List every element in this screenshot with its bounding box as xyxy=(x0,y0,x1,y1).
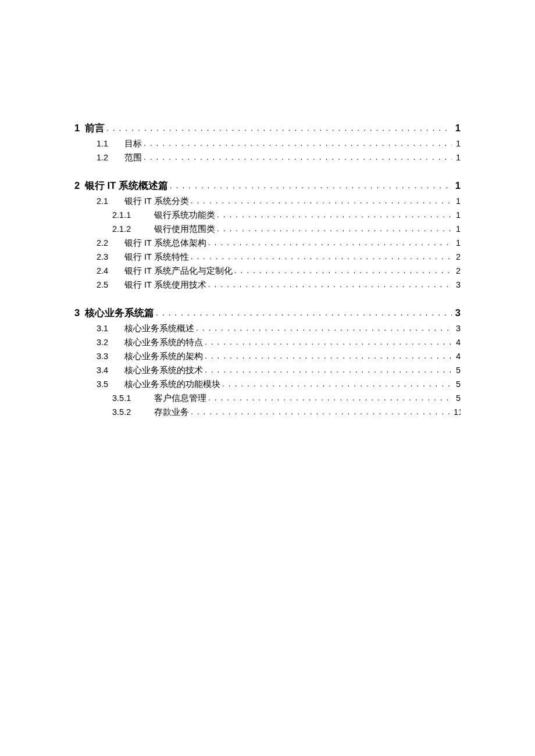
toc-entry[interactable]: 2银行 IT 系统概述篇1 xyxy=(74,180,461,192)
table-of-contents: 1前言11.1目标11.2范围12银行 IT 系统概述篇12.1银行 IT 系统… xyxy=(74,122,461,418)
toc-page: 3 xyxy=(454,307,461,318)
toc-number: 3.1 xyxy=(97,324,124,333)
toc-page: 3 xyxy=(454,280,461,289)
toc-leader xyxy=(191,196,452,205)
toc-entry[interactable]: 2.2银行 IT 系统总体架构1 xyxy=(74,238,461,249)
toc-title: 核心业务系统的特点 xyxy=(124,337,203,348)
toc-entry[interactable]: 2.1.1银行系统功能类1 xyxy=(74,210,461,221)
toc-leader xyxy=(208,393,452,402)
toc-leader xyxy=(234,266,452,275)
toc-page: 3 xyxy=(454,324,461,333)
toc-number: 3.5.1 xyxy=(112,393,154,403)
toc-number: 1 xyxy=(74,123,83,134)
toc-number: 3.4 xyxy=(97,366,124,375)
toc-number: 3.5.2 xyxy=(112,407,154,417)
toc-title: 核心业务系统的功能模块 xyxy=(124,379,220,390)
toc-entry[interactable]: 2.1.2银行使用范围类1 xyxy=(74,224,461,235)
toc-title: 核心业务系统的技术 xyxy=(124,365,203,376)
toc-page: 1 xyxy=(454,180,461,191)
toc-entry[interactable]: 3.3核心业务系统的架构4 xyxy=(74,351,461,362)
toc-page: 5 xyxy=(454,393,461,403)
toc-page: 1 xyxy=(454,123,461,134)
toc-title: 银行 IT 系统概述篇 xyxy=(85,180,168,192)
toc-leader xyxy=(208,280,452,289)
toc-page: 1 xyxy=(454,238,461,248)
toc-leader xyxy=(205,365,452,374)
toc-leader xyxy=(156,308,452,317)
toc-entry[interactable]: 3核心业务系统篇3 xyxy=(74,307,461,320)
toc-number: 2.4 xyxy=(97,266,124,275)
toc-leader xyxy=(191,252,452,261)
toc-leader xyxy=(217,210,452,219)
toc-number: 1.1 xyxy=(97,139,124,148)
toc-number: 2.1.2 xyxy=(112,224,154,234)
toc-title: 存款业务 xyxy=(154,407,189,418)
toc-leader xyxy=(222,379,452,388)
toc-title: 客户信息管理 xyxy=(154,393,206,404)
toc-page: 2 xyxy=(454,252,461,261)
toc-number: 2 xyxy=(74,180,83,191)
toc-title: 银行使用范围类 xyxy=(154,224,215,235)
toc-entry[interactable]: 3.2核心业务系统的特点4 xyxy=(74,337,461,348)
toc-number: 2.1 xyxy=(97,196,124,206)
toc-number: 1.2 xyxy=(97,153,124,162)
toc-leader xyxy=(196,323,452,332)
toc-title: 核心业务系统篇 xyxy=(85,307,154,320)
toc-entry[interactable]: 3.5.2存款业务11 xyxy=(74,407,461,418)
toc-leader xyxy=(217,224,452,233)
toc-leader xyxy=(144,152,452,162)
toc-number: 3.2 xyxy=(97,338,124,347)
toc-number: 2.5 xyxy=(97,280,124,289)
toc-leader xyxy=(191,407,452,416)
toc-leader xyxy=(205,351,452,360)
toc-title: 核心业务系统概述 xyxy=(124,323,194,334)
toc-entry[interactable]: 2.5银行 IT 系统使用技术3 xyxy=(74,280,461,291)
toc-number: 2.1.1 xyxy=(112,210,154,220)
toc-page: 2 xyxy=(454,266,461,275)
toc-entry[interactable]: 2.1银行 IT 系统分类1 xyxy=(74,196,461,207)
toc-entry[interactable]: 1前言1 xyxy=(74,122,461,135)
toc-entry[interactable]: 3.5.1客户信息管理5 xyxy=(74,393,461,404)
toc-title: 银行 IT 系统特性 xyxy=(124,252,189,263)
toc-entry[interactable]: 1.2范围1 xyxy=(74,152,461,163)
toc-title: 银行系统功能类 xyxy=(154,210,215,221)
toc-entry[interactable]: 3.1核心业务系统概述3 xyxy=(74,323,461,334)
toc-number: 3 xyxy=(74,307,83,318)
toc-leader xyxy=(205,337,452,346)
toc-page: 4 xyxy=(454,338,461,347)
toc-page: 4 xyxy=(454,352,461,361)
toc-number: 3.3 xyxy=(97,352,124,361)
toc-number: 3.5 xyxy=(97,379,124,389)
toc-page: 5 xyxy=(454,379,461,389)
toc-title: 核心业务系统的架构 xyxy=(124,351,203,362)
toc-leader xyxy=(106,123,452,132)
toc-number: 2.2 xyxy=(97,238,124,248)
toc-page: 1 xyxy=(454,139,461,148)
toc-number: 2.3 xyxy=(97,252,124,261)
toc-leader xyxy=(170,181,452,190)
toc-title: 范围 xyxy=(124,152,142,163)
toc-leader xyxy=(208,238,452,247)
toc-title: 银行 IT 系统产品化与定制化 xyxy=(124,266,233,277)
toc-page: 1 xyxy=(454,210,461,220)
toc-entry[interactable]: 1.1目标1 xyxy=(74,138,461,149)
toc-entry[interactable]: 3.5核心业务系统的功能模块5 xyxy=(74,379,461,390)
toc-page: 11 xyxy=(454,407,461,417)
toc-title: 前言 xyxy=(85,122,105,135)
toc-entry[interactable]: 2.4银行 IT 系统产品化与定制化2 xyxy=(74,266,461,277)
toc-title: 目标 xyxy=(124,138,142,149)
toc-page: 5 xyxy=(454,366,461,375)
toc-title: 银行 IT 系统分类 xyxy=(124,196,189,207)
toc-title: 银行 IT 系统使用技术 xyxy=(124,280,206,291)
toc-page: 1 xyxy=(454,224,461,234)
toc-leader xyxy=(144,138,452,148)
toc-page: 1 xyxy=(454,196,461,206)
toc-entry[interactable]: 3.4核心业务系统的技术5 xyxy=(74,365,461,376)
toc-title: 银行 IT 系统总体架构 xyxy=(124,238,206,249)
toc-entry[interactable]: 2.3银行 IT 系统特性2 xyxy=(74,252,461,263)
toc-page: 1 xyxy=(454,153,461,162)
